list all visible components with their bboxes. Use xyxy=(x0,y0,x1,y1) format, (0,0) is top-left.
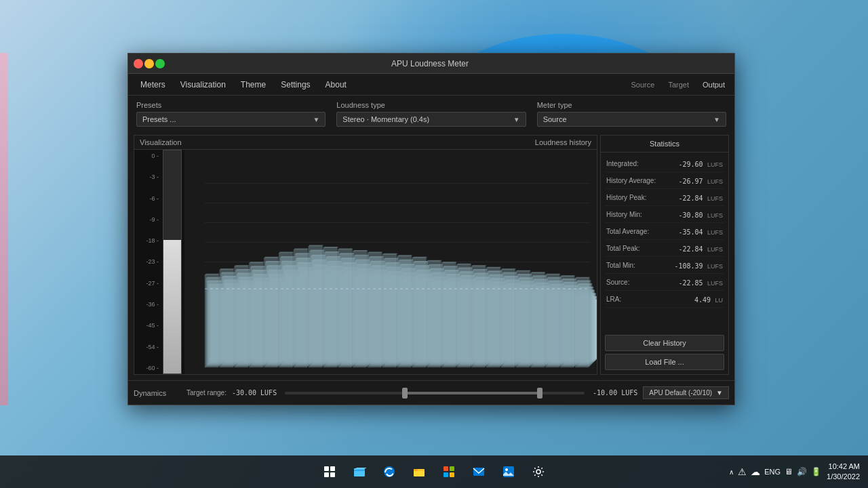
presets-group: Presets Presets ... ▼ xyxy=(136,101,326,127)
stat-label-6: Total Min: xyxy=(606,262,635,269)
taskbar-settings-icon[interactable] xyxy=(525,458,552,485)
loudness-history-label: Loudness history xyxy=(535,138,591,146)
stat-value-4: -35.04 xyxy=(678,228,703,236)
battery-icon: 🔋 xyxy=(811,467,821,476)
clock[interactable]: 10:42 AM 1/30/2022 xyxy=(827,462,860,483)
network-icon: 🖥 xyxy=(785,467,793,476)
loudness-type-group: Loudness type Stereo · Momentary (0.4s) … xyxy=(336,101,526,127)
svg-point-15 xyxy=(536,470,540,474)
stat-value-8: 4.49 xyxy=(694,296,711,304)
target-min-value: -30.00 LUFS xyxy=(232,389,277,396)
dynamics-row: Dynamics Target range: -30.00 LUFS -10.0… xyxy=(128,380,734,405)
statistics-panel: Statistics Integrated: -29.60 LUFS Histo… xyxy=(600,135,729,375)
stat-value-2: -22.84 xyxy=(678,195,703,202)
stat-row-6: Total Min: -108.39 LUFS xyxy=(605,257,724,274)
svg-rect-10 xyxy=(443,472,448,477)
source-tabs: Source Target Output xyxy=(627,79,729,90)
svg-rect-2 xyxy=(324,472,329,477)
stats-rows: Integrated: -29.60 LUFS History Average:… xyxy=(601,152,728,331)
stat-unit-1: LUFS xyxy=(707,178,723,185)
taskbar-explorer-alt-icon[interactable] xyxy=(346,458,373,485)
title-bar: APU Loudness Meter xyxy=(128,54,734,74)
stat-value-6: -108.39 xyxy=(674,262,703,270)
level-36: -36 - xyxy=(136,301,161,308)
meter-bar-track xyxy=(163,150,182,374)
svg-rect-7 xyxy=(414,469,418,471)
range-slider[interactable] xyxy=(285,392,585,394)
stat-row-3: History Min: -30.80 LUFS xyxy=(605,206,724,223)
dynamics-preset-select[interactable]: APU Default (-20/10) ▼ xyxy=(643,386,729,399)
taskbar-photo-icon[interactable] xyxy=(495,458,522,485)
level-54: -54 - xyxy=(136,344,161,350)
presets-select[interactable]: Presets ... ▼ xyxy=(136,112,326,127)
stat-row-8: LRA: 4.49 LU xyxy=(605,291,724,308)
menu-items: Meters Visualization Theme Settings Abou… xyxy=(134,77,353,92)
stat-row-7: Source: -22.85 LUFS xyxy=(605,274,724,291)
stat-row-5: Total Peak: -22.84 LUFS xyxy=(605,240,724,257)
tray-chevron[interactable]: ∧ xyxy=(729,468,734,476)
menu-theme[interactable]: Theme xyxy=(234,77,273,92)
taskbar-mail-icon[interactable] xyxy=(465,458,492,485)
target-max-value: -10.00 LUFS xyxy=(593,389,637,396)
menu-about[interactable]: About xyxy=(319,77,353,92)
meter-type-select[interactable]: Source ▼ xyxy=(537,112,726,127)
stat-value-5: -22.84 xyxy=(678,245,703,253)
load-file-button[interactable]: Load File ... xyxy=(605,354,724,370)
stat-value-1: -26.97 xyxy=(678,178,703,185)
stat-unit-0: LUFS xyxy=(707,161,723,168)
tab-output[interactable]: Output xyxy=(698,79,729,90)
visualization-panel: Visualization Loudness history 0 - -3 - … xyxy=(134,135,597,375)
close-button[interactable] xyxy=(134,59,143,68)
stat-label-2: History Peak: xyxy=(606,194,646,201)
range-handle-left[interactable] xyxy=(402,388,408,399)
taskbar-right: ∧ ⚠ ☁ ENG 🖥 🔊 🔋 10:42 AM 1/30/2022 xyxy=(729,462,860,483)
dynamics-preset-arrow: ▼ xyxy=(716,389,723,396)
maximize-button[interactable] xyxy=(155,59,165,68)
stat-row-1: History Average: -26.97 LUFS xyxy=(605,172,724,189)
level-23: -23 - xyxy=(136,258,161,265)
clear-history-button[interactable]: Clear History xyxy=(605,335,724,351)
meter-type-group: Meter type Source ▼ xyxy=(537,101,726,127)
level-0: 0 - xyxy=(136,152,161,159)
menu-bar: Meters Visualization Theme Settings Abou… xyxy=(128,74,734,96)
loudness-type-select[interactable]: Stereo · Momentary (0.4s) ▼ xyxy=(336,112,526,127)
level-60: -60 - xyxy=(136,365,161,371)
window-title: APU Loudness Meter xyxy=(165,59,695,68)
main-content: Visualization Loudness history 0 - -3 - … xyxy=(128,132,734,405)
stat-unit-6: LUFS xyxy=(707,263,723,270)
loudness-type-label: Loudness type xyxy=(336,101,526,109)
controls-row: Presets Presets ... ▼ Loudness type Ster… xyxy=(128,96,734,132)
loudness-type-arrow: ▼ xyxy=(513,116,520,123)
stat-value-3: -30.80 xyxy=(678,211,703,219)
target-range-label: Target range: xyxy=(186,389,226,396)
tray-warning-icon: ⚠ xyxy=(738,466,747,477)
start-button[interactable] xyxy=(316,458,343,485)
svg-rect-1 xyxy=(330,466,335,471)
menu-visualization[interactable]: Visualization xyxy=(174,77,233,92)
level-27: -27 - xyxy=(136,280,161,287)
stat-label-7: Source: xyxy=(606,279,629,286)
histogram-area xyxy=(184,150,597,374)
range-handle-right[interactable] xyxy=(537,388,542,399)
time-display: 10:42 AM xyxy=(827,462,860,472)
date-display: 1/30/2022 xyxy=(827,472,860,482)
language-indicator[interactable]: ENG xyxy=(764,468,781,476)
taskbar-file-manager-icon[interactable] xyxy=(406,458,433,485)
menu-settings[interactable]: Settings xyxy=(274,77,317,92)
meter-type-arrow: ▼ xyxy=(713,116,720,123)
menu-meters[interactable]: Meters xyxy=(134,77,172,92)
minimize-button[interactable] xyxy=(144,59,154,68)
stats-title: Statistics xyxy=(601,136,728,152)
tab-source[interactable]: Source xyxy=(627,79,659,90)
tab-target[interactable]: Target xyxy=(664,79,693,90)
stat-unit-4: LUFS xyxy=(707,229,723,236)
stat-value-7: -22.85 xyxy=(678,279,703,287)
meter-type-value: Source xyxy=(543,115,567,123)
stat-label-1: History Average: xyxy=(606,177,656,184)
taskbar-center xyxy=(316,458,552,485)
taskbar-store-icon[interactable] xyxy=(435,458,462,485)
range-slider-fill xyxy=(405,392,540,394)
taskbar-edge-icon[interactable] xyxy=(376,458,403,485)
svg-point-14 xyxy=(505,468,508,471)
viz-title: Visualization xyxy=(140,138,182,146)
